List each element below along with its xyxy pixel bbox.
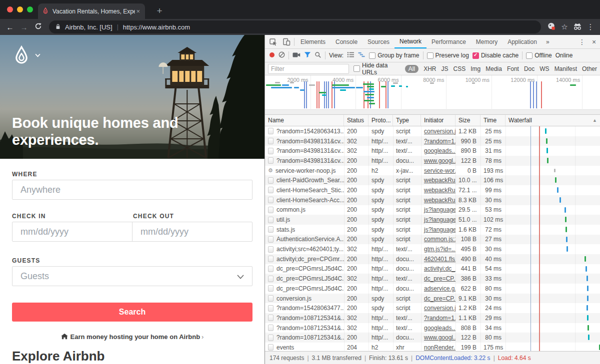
view-list-icon[interactable] [347,51,354,59]
checkbox-icon[interactable] [427,52,434,59]
devtools-close-icon[interactable]: × [588,38,600,46]
initiator-link[interactable]: activityi;dc_... [424,265,456,272]
network-overview-timeline[interactable]: 2000 ms4000 ms6000 ms8000 ms10000 ms1200… [265,75,600,115]
extension-icon[interactable] [545,22,558,32]
filter-type-img[interactable]: Img [470,65,480,72]
view-waterfall-icon[interactable] [358,51,366,59]
filter-type-doc[interactable]: Doc [524,65,534,72]
checkbox-icon[interactable] [526,52,532,59]
where-input[interactable]: Anywhere [12,180,252,200]
clear-icon[interactable] [278,51,285,59]
device-toolbar-icon[interactable] [280,36,293,48]
filter-type-font[interactable]: Font [507,65,519,72]
table-row[interactable]: ?random=15428063413...200spdyscriptconve… [265,126,600,136]
browser-menu-icon[interactable]: ⋮ [584,22,597,31]
initiator-link[interactable]: adservice.g... [424,285,456,292]
column-type[interactable]: Type [393,115,421,126]
checkin-input[interactable]: mm/dd/yyyy [12,222,132,241]
table-row[interactable]: conversion.js200spdyscriptdc_pre=CP...9.… [265,294,600,304]
table-row[interactable]: events204h2xhrnonRender...199 B175 ms [265,343,600,351]
table-row[interactable]: dc_pre=CPGmrsLJ5d4C...302http/...text/..… [265,274,600,284]
initiator-link[interactable]: webpackRu... [424,187,456,194]
airbnb-logo[interactable] [12,45,40,65]
column-initiator[interactable]: Initiator [421,115,456,126]
filter-type-all[interactable]: All [405,65,418,73]
record-icon[interactable] [269,52,275,59]
table-row[interactable]: common.js200spdyscriptjs?language...29.5… [265,205,600,215]
column-protocol[interactable]: Proto... [368,115,393,126]
preserve-log-toggle[interactable]: Preserve log [427,52,469,59]
table-row[interactable]: ?random=1087125341&...200http/...docu...… [265,333,600,343]
tab-elements[interactable]: Elements [296,35,330,48]
checkout-input[interactable]: mm/dd/yyyy [132,222,252,241]
tab-network[interactable]: Network [394,35,426,48]
close-window-button[interactable] [7,6,13,12]
table-row[interactable]: ?random=1087125341&...302http/...text/..… [265,313,600,323]
column-waterfall[interactable]: Waterfall▲ [506,115,600,126]
throttling-select[interactable]: Online [556,52,573,59]
initiator-link[interactable]: webpackRu... [424,197,456,204]
initiator-link[interactable]: ?random=1... [424,138,456,145]
initiator-link[interactable]: gtm.js?id=... [424,246,456,253]
initiator-link[interactable]: conversion.j... [424,305,456,312]
initiator-link[interactable]: js?language... [424,216,456,223]
guests-select[interactable]: Guests [12,266,252,286]
disable-cache-toggle[interactable]: Disable cache [472,52,518,59]
table-row[interactable]: activityi;src=4620401;ty...302http/...te… [265,244,600,254]
initiator-link[interactable]: service-wor... [424,167,456,174]
initiator-link[interactable]: common.js:19 [424,236,456,243]
table-row[interactable]: ?random=15428063477...200spdyscriptconve… [265,303,600,313]
initiator-link[interactable]: googleads.... [424,325,456,332]
tab-sources[interactable]: Sources [362,35,394,48]
table-row[interactable]: ?random=84398131&cv...302http/...text/..… [265,136,600,146]
filter-type-xhr[interactable]: XHR [424,65,436,72]
search-icon[interactable] [314,51,322,60]
minimize-window-button[interactable] [17,6,23,12]
table-row[interactable]: ?random=84398131&cv...200http/...docu...… [265,156,600,166]
table-row[interactable]: stats.js200spdyscriptjs?language...1.6 K… [265,225,600,235]
initiator-link[interactable]: ?random=1... [424,315,456,322]
filter-type-media[interactable]: Media [486,65,502,72]
table-row[interactable]: util.js200spdyscriptjs?language...51.0 .… [265,215,600,225]
column-time[interactable]: Time [480,115,506,126]
forward-button[interactable]: → [17,23,31,31]
filter-type-manifest[interactable]: Manifest [554,65,577,72]
initiator-link[interactable]: webpackRu... [424,177,456,184]
initiator-link[interactable]: 4620401.fls... [424,256,456,263]
table-row[interactable]: AuthenticationService.A...200spdyscriptc… [265,235,600,245]
table-row[interactable]: ⚙service-worker-noop.js200h2x-jav...serv… [265,166,600,176]
tab-console[interactable]: Console [330,35,362,48]
column-size[interactable]: Size [456,115,480,126]
initiator-link[interactable]: dc_pre=CP... [424,275,456,282]
initiator-link[interactable]: conversion.j... [424,128,456,135]
checkbox-checked-icon[interactable] [472,52,479,59]
table-row[interactable]: ?random=1087125341&...302http/...text/..… [265,323,600,333]
inspect-element-icon[interactable] [267,36,280,48]
tab-memory[interactable]: Memory [471,35,502,48]
filter-funnel-icon[interactable] [304,51,311,59]
address-bar[interactable]: Airbnb, Inc. [US] | https://www.airbnb.c… [49,20,541,33]
table-row[interactable]: dc_pre=CPGmrsLJ5d4C...200http/...docu...… [265,264,600,274]
initiator-link[interactable]: www.googl... [424,157,456,164]
table-row[interactable]: client-PaidGrowth_Sear...200spdyscriptwe… [265,175,600,185]
filter-type-css[interactable]: CSS [454,65,466,72]
hide-data-urls-toggle[interactable]: Hide data URLs [354,62,400,76]
initiator-link[interactable]: www.googl... [424,334,456,341]
group-by-frame-toggle[interactable]: Group by frame [369,52,419,59]
table-row[interactable]: dc_pre=CPGmrsLJ5d4C...200http/...docu...… [265,284,600,294]
table-row[interactable]: activityi;dc_pre=CPGmr...200http/...docu… [265,254,600,264]
capture-screenshots-icon[interactable] [292,52,300,59]
timeline-scroll-strip[interactable] [265,109,600,114]
table-row[interactable]: client-HomeSearch-Acc...200spdyscriptweb… [265,195,600,205]
initiator-link[interactable]: googleads.... [424,147,456,154]
column-status[interactable]: Status [344,115,368,126]
filter-input[interactable] [268,64,349,74]
filter-type-ws[interactable]: WS [540,65,549,72]
checkbox-icon[interactable] [354,65,360,72]
initiator-link[interactable]: js?language... [424,226,456,233]
bookmark-star-icon[interactable]: ☆ [558,22,571,31]
tab-performance[interactable]: Performance [426,35,471,48]
refresh-button[interactable] [31,22,45,31]
column-name[interactable]: Name [265,115,344,126]
filter-type-js[interactable]: JS [442,65,448,72]
